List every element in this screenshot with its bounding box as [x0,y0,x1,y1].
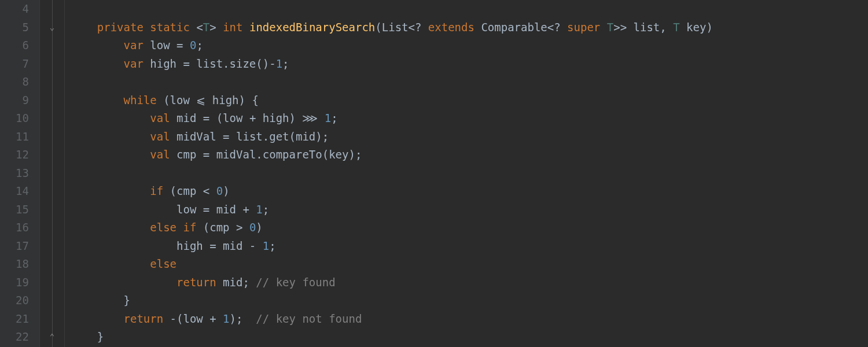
token: val [150,112,170,124]
token: ; [269,239,275,252]
token: -(low + [163,312,223,325]
token [71,39,124,51]
line-number: 22 [0,328,29,346]
code-line[interactable]: low = mid + 1; [71,201,868,219]
line-number: 16 [0,219,29,237]
token [71,221,150,234]
fold-open-icon[interactable]: ⌄ [48,23,56,31]
code-line[interactable]: val midVal = list.get(mid); [71,128,868,146]
token: ) [223,184,229,197]
token: ); [230,312,256,325]
token: val [150,148,170,161]
token: <? [409,21,428,34]
line-number: 17 [0,237,29,256]
code-area[interactable]: private static <T> int indexedBinarySear… [65,0,868,347]
code-line[interactable]: val mid = (low + high) ⋙ 1; [71,109,868,128]
token: <? [547,21,567,34]
token [71,184,150,197]
code-line[interactable]: var low = 0; [71,36,868,55]
token: 1 [276,57,282,70]
token: ; [263,203,269,216]
code-line[interactable] [71,0,868,19]
token [71,148,150,161]
token: < [190,21,203,34]
code-line[interactable]: while (low ⩽ high) { [71,91,868,110]
token: int [223,21,242,34]
token: ; [196,39,203,51]
token: T [673,21,679,34]
token [71,312,124,325]
token: high = mid - [71,239,263,252]
token: T [203,21,209,34]
token: high) { [205,94,259,106]
token: ; [282,57,289,70]
token: else if [150,221,196,234]
code-line[interactable] [71,73,868,91]
token [318,112,324,124]
line-number: 11 [0,128,29,146]
token: super [567,21,600,34]
code-line[interactable] [71,164,868,183]
token [680,21,686,34]
token: List [382,21,409,34]
line-number: 15 [0,201,29,219]
line-number: 6 [0,36,29,55]
token: (cmp < [163,184,216,197]
token [71,276,176,289]
token: indexedBinarySearch [249,21,375,34]
token: Comparable [481,21,547,34]
line-number: 19 [0,274,29,292]
token: 1 [256,203,262,216]
code-line[interactable]: } [71,328,868,346]
token [243,21,249,34]
line-number-gutter: 45678910111213141516171819202122 [0,0,39,347]
token: if [150,184,163,197]
token: ⋙ [302,112,318,124]
token [71,21,97,34]
code-line[interactable]: private static <T> int indexedBinarySear… [71,19,868,37]
token: 1 [223,312,229,325]
line-number: 4 [0,0,29,19]
token: val [150,130,170,143]
token [71,57,124,70]
code-line[interactable]: val cmp = midVal.compareTo(key); [71,146,868,164]
token: key [686,21,706,34]
code-line[interactable]: var high = list.size()-1; [71,55,868,73]
token: // key not found [256,312,362,325]
code-editor[interactable]: 45678910111213141516171819202122 ⌄ ⌃ pri… [0,0,868,347]
line-number: 21 [0,310,29,328]
token: (cmp > [196,221,249,234]
token: low = mid + [71,203,256,216]
token [71,257,150,270]
code-line[interactable]: } [71,291,868,310]
token: } [71,330,104,343]
token: // key found [256,276,335,289]
token: static [150,21,190,34]
line-number: 8 [0,73,29,91]
code-line[interactable]: else if (cmp > 0) [71,219,868,237]
token [71,94,124,106]
token [144,21,150,34]
token: var [124,57,144,70]
token [600,21,606,34]
fold-close-icon[interactable]: ⌃ [48,333,56,341]
token: 0 [216,184,223,197]
line-number: 9 [0,91,29,110]
token: return [124,312,164,325]
token: mid = (low + high) [170,112,303,124]
token: (low [157,94,197,106]
token: ) [706,21,719,34]
code-line[interactable]: return -(low + 1); // key not found [71,310,868,328]
line-number: 7 [0,55,29,73]
token: T [607,21,613,34]
token [475,21,481,34]
fold-column[interactable]: ⌄ ⌃ [39,0,65,347]
code-line[interactable]: else [71,255,868,274]
code-line[interactable]: high = mid - 1; [71,237,868,256]
token: , [660,21,673,34]
code-line[interactable]: return mid; // key found [71,274,868,292]
code-line[interactable]: if (cmp < 0) [71,182,868,201]
token: ; [331,112,337,124]
token: mid; [216,276,256,289]
token: private [97,21,144,34]
